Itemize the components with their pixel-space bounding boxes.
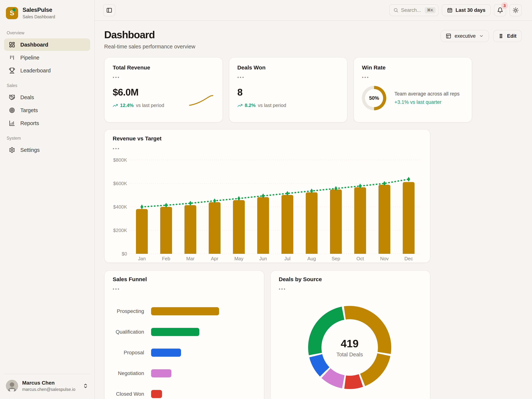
brand-status-dot-icon bbox=[12, 8, 16, 12]
sidebar: S SalesPulse Sales Dashboard OverviewDas… bbox=[0, 0, 95, 399]
sidebar-item-deals[interactable]: Deals bbox=[4, 91, 90, 104]
card-drag-handle-icon[interactable]: ••• bbox=[113, 287, 256, 291]
revenue-vs-target-card: Revenue vs Target ••• $800K$600K$400K$20… bbox=[104, 129, 431, 263]
svg-text:$200K: $200K bbox=[113, 228, 127, 233]
svg-text:Nov: Nov bbox=[380, 256, 389, 261]
edit-button[interactable]: Edit bbox=[493, 30, 522, 42]
kpi-title: Win Rate bbox=[362, 64, 464, 71]
sidebar-item-settings[interactable]: Settings bbox=[4, 144, 90, 156]
donut-center-label: Total Deals bbox=[336, 352, 363, 358]
date-range-button[interactable]: Last 30 days bbox=[442, 4, 491, 16]
topbar: Search... ⌘K Last 30 days 3 bbox=[95, 0, 532, 21]
funnel-stage-label: Prospecting bbox=[113, 308, 151, 314]
svg-text:$800K: $800K bbox=[113, 157, 127, 163]
trending-up-icon bbox=[237, 103, 242, 108]
layout-select-value: executive bbox=[455, 33, 476, 39]
funnel-bar bbox=[151, 328, 199, 336]
sidebar-item-targets[interactable]: Targets bbox=[4, 104, 90, 117]
svg-text:Aug: Aug bbox=[307, 256, 316, 261]
chart-title: Revenue vs Target bbox=[113, 135, 430, 142]
sidebar-item-label: Reports bbox=[20, 120, 39, 126]
trophy-icon bbox=[9, 67, 15, 74]
date-range-label: Last 30 days bbox=[456, 7, 485, 13]
sidebar-item-reports[interactable]: Reports bbox=[4, 117, 90, 129]
search-icon bbox=[393, 7, 399, 13]
svg-text:$0: $0 bbox=[122, 251, 127, 257]
search-input[interactable]: Search... ⌘K bbox=[389, 4, 438, 16]
grip-vertical-icon bbox=[498, 33, 504, 39]
chart-title: Deals by Source bbox=[279, 276, 422, 282]
brand-logo-icon: S bbox=[6, 7, 18, 19]
funnel-bar bbox=[151, 348, 181, 357]
kpi-title: Deals Won bbox=[237, 64, 339, 71]
svg-text:Apr: Apr bbox=[211, 256, 219, 261]
sidebar-item-label: Deals bbox=[20, 94, 34, 101]
notifications-button[interactable]: 3 bbox=[494, 4, 506, 16]
layout-select[interactable]: executive bbox=[441, 30, 489, 42]
svg-text:Mar: Mar bbox=[186, 256, 195, 261]
svg-text:Jun: Jun bbox=[259, 256, 267, 261]
svg-text:Oct: Oct bbox=[356, 256, 364, 261]
brand-name: SalesPulse bbox=[23, 7, 55, 13]
panel-left-icon bbox=[106, 7, 112, 13]
edit-button-label: Edit bbox=[507, 33, 516, 39]
card-drag-handle-icon[interactable]: ••• bbox=[113, 75, 215, 80]
kpi-row: Total Revenue ••• $6.0M 12.4% vs last pe… bbox=[104, 57, 472, 122]
revenue-sparkline bbox=[189, 95, 213, 106]
handshake-icon bbox=[9, 94, 15, 101]
sidebar-item-leaderboard[interactable]: Leaderboard bbox=[4, 64, 90, 77]
sidebar-item-label: Pipeline bbox=[20, 55, 39, 61]
funnel-row-qualification: Qualification bbox=[113, 328, 256, 336]
funnel-row-negotiation: Negotiation bbox=[113, 369, 256, 377]
bar-chart-icon bbox=[9, 120, 15, 126]
layout-panels-icon bbox=[446, 33, 451, 39]
trending-up-icon bbox=[113, 103, 118, 108]
brand: S SalesPulse Sales Dashboard bbox=[4, 6, 90, 24]
sidebar-item-label: Dashboard bbox=[20, 42, 48, 48]
funnel-stage-label: Closed Won bbox=[113, 391, 151, 397]
sidebar-item-label: Targets bbox=[20, 107, 38, 114]
sidebar-section-label: System bbox=[7, 136, 88, 141]
user-menu[interactable]: Marcus Chen marcus.chen@salespulse.io bbox=[4, 374, 90, 393]
target-icon bbox=[9, 107, 15, 114]
funnel-chart: ProspectingQualificationProposalNegotiat… bbox=[113, 307, 256, 398]
svg-text:May: May bbox=[234, 256, 243, 261]
sidebar-section-label: Sales bbox=[7, 83, 88, 88]
funnel-row-prospecting: Prospecting bbox=[113, 307, 256, 315]
sidebar-item-dashboard[interactable]: Dashboard bbox=[4, 38, 90, 51]
kpi-title: Total Revenue bbox=[113, 64, 215, 71]
card-drag-handle-icon[interactable]: ••• bbox=[113, 146, 430, 151]
notification-badge: 3 bbox=[501, 2, 508, 9]
page-subtitle: Real-time sales performance overview bbox=[104, 44, 195, 50]
sidebar-toggle-button[interactable] bbox=[103, 4, 115, 16]
svg-text:Jan: Jan bbox=[138, 256, 146, 261]
main-area: Search... ⌘K Last 30 days 3 bbox=[95, 0, 532, 399]
funnel-bar bbox=[151, 369, 171, 377]
funnel-stage-label: Proposal bbox=[113, 350, 151, 356]
kpi-card-deals-won: Deals Won ••• 8 8.2% vs last period bbox=[229, 57, 348, 122]
sources-donut-chart: 419 Total Deals bbox=[308, 306, 391, 389]
dashboard-grid-icon bbox=[9, 42, 15, 48]
kpi-delta: 8.2% bbox=[245, 102, 256, 108]
chevron-down-icon bbox=[479, 34, 484, 38]
svg-text:Sep: Sep bbox=[332, 256, 340, 261]
svg-text:Jul: Jul bbox=[284, 256, 290, 261]
card-drag-handle-icon[interactable]: ••• bbox=[279, 287, 422, 291]
sidebar-item-pipeline[interactable]: Pipeline bbox=[4, 51, 90, 64]
kpi-delta-suffix: vs last period bbox=[136, 102, 164, 108]
sidebar-item-label: Leaderboard bbox=[20, 68, 51, 74]
kpi-delta: 12.4% bbox=[120, 102, 134, 108]
sidebar-item-label: Settings bbox=[20, 147, 40, 153]
theme-toggle-button[interactable] bbox=[509, 4, 522, 16]
kpi-value: 8 bbox=[237, 87, 339, 98]
chart-title: Sales Funnel bbox=[113, 276, 256, 282]
funnel-bar bbox=[151, 307, 219, 315]
funnel-stage-label: Qualification bbox=[113, 329, 151, 335]
win-rate-value: 50% bbox=[369, 95, 379, 101]
content: Dashboard Real-time sales performance ov… bbox=[95, 21, 532, 399]
brand-tagline: Sales Dashboard bbox=[23, 14, 55, 19]
card-drag-handle-icon[interactable]: ••• bbox=[237, 75, 339, 80]
funnel-stage-label: Negotiation bbox=[113, 370, 151, 376]
funnel-bar bbox=[151, 390, 162, 398]
card-drag-handle-icon[interactable]: ••• bbox=[362, 75, 464, 80]
